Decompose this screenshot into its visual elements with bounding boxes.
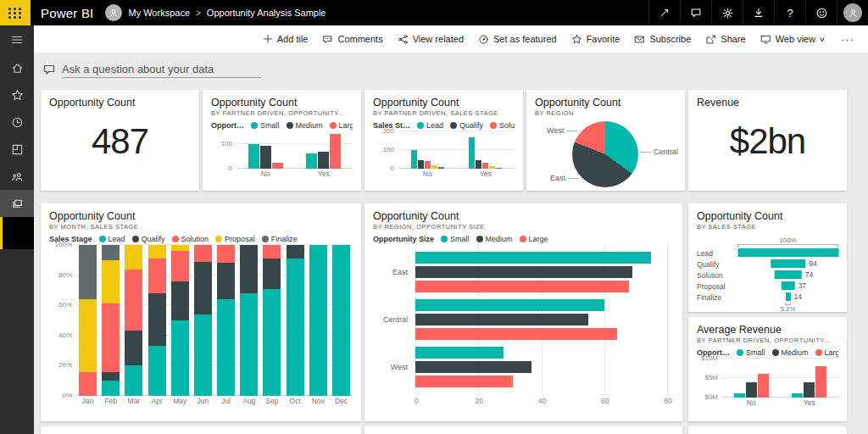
tile-partial[interactable] [41, 426, 361, 434]
set-as-featured-button[interactable]: Set as featured [478, 34, 557, 45]
stacked-bar[interactable] [287, 245, 304, 396]
bar-segment[interactable] [171, 251, 189, 281]
funnel-bar[interactable] [737, 248, 838, 257]
bar[interactable] [415, 252, 651, 264]
qa-input[interactable] [62, 61, 261, 78]
favorite-button[interactable]: Favorite [571, 34, 620, 45]
profile-avatar[interactable] [837, 0, 868, 25]
bar[interactable] [418, 160, 424, 169]
bar[interactable] [415, 314, 588, 326]
bar-segment[interactable] [309, 245, 327, 396]
bar-segment[interactable] [217, 263, 235, 299]
stacked-bar[interactable] [148, 245, 166, 396]
view-related-button[interactable]: View related [398, 34, 464, 45]
tile-revenue-card[interactable]: Revenue $2bn [688, 90, 847, 191]
bar-segment[interactable] [148, 259, 166, 293]
bar-segment[interactable] [125, 331, 142, 365]
workspace-avatar[interactable] [105, 4, 122, 21]
stacked-bar[interactable] [102, 245, 120, 396]
bar-segment[interactable] [171, 320, 189, 396]
bar-segment[interactable] [148, 245, 166, 259]
app-launcher-waffle-icon[interactable] [0, 0, 31, 25]
bar-segment[interactable] [171, 245, 189, 251]
funnel-bar[interactable] [785, 292, 790, 301]
stacked-bar[interactable] [332, 245, 350, 396]
bar-segment[interactable] [240, 293, 258, 396]
chat-icon[interactable] [680, 0, 711, 25]
tile-average-revenue[interactable]: Average Revenue BY PARTNER DRIVEN, OPPOR… [688, 317, 847, 421]
pie-chart[interactable] [572, 121, 638, 187]
bar[interactable] [425, 161, 431, 169]
menu-icon[interactable] [0, 25, 34, 54]
bar-segment[interactable] [217, 245, 235, 263]
bar-segment[interactable] [125, 245, 142, 269]
bar-segment[interactable] [217, 299, 235, 396]
stacked-column-chart[interactable]: 0%20%40%60%80%100%JanFebMarAprMayJunJulA… [49, 245, 353, 406]
home-icon[interactable] [0, 54, 34, 81]
bar-segment[interactable] [102, 303, 120, 371]
download-icon[interactable] [743, 0, 774, 25]
selected-dashboard-indicator[interactable] [0, 217, 34, 249]
bar[interactable] [469, 137, 475, 169]
bar-segment[interactable] [79, 372, 97, 396]
bar[interactable] [415, 281, 629, 292]
clustered-column-chart[interactable]: $0M$5M$10MNoYes [697, 359, 838, 408]
bar[interactable] [758, 374, 769, 398]
bar[interactable] [438, 167, 444, 169]
bar[interactable] [734, 393, 745, 398]
breadcrumb-page-title[interactable]: Opportunity Analysis Sample [207, 8, 326, 18]
bar-segment[interactable] [332, 245, 350, 396]
stacked-bar[interactable] [217, 245, 235, 396]
help-icon[interactable]: ? [774, 0, 805, 25]
bar[interactable] [482, 163, 488, 169]
bar[interactable] [415, 299, 604, 311]
bar-segment[interactable] [102, 372, 120, 381]
add-tile-button[interactable]: Add tile [263, 34, 309, 44]
bar[interactable] [815, 366, 826, 398]
comments-button[interactable]: Comments [322, 34, 382, 45]
funnel-chart[interactable]: 100%LeadQualify94Solution74Proposal37Fin… [697, 234, 838, 312]
bar[interactable] [792, 393, 803, 398]
tile-partial[interactable] [364, 426, 682, 434]
bar[interactable] [411, 150, 417, 169]
favorites-star-icon[interactable] [0, 81, 34, 108]
bar[interactable] [804, 382, 815, 398]
bar-segment[interactable] [263, 245, 281, 259]
powerbi-logo-text[interactable]: Power BI [41, 6, 93, 20]
funnel-bar[interactable] [771, 259, 805, 268]
horizontal-bar-chart[interactable]: 020406080EastCentralWest [373, 245, 674, 408]
bar-segment[interactable] [125, 365, 142, 396]
apps-grid-icon[interactable] [0, 136, 34, 163]
web-view-button[interactable]: Web view∨ [760, 34, 825, 45]
share-button[interactable]: Share [705, 34, 745, 45]
stacked-bar[interactable] [194, 245, 212, 396]
bar-segment[interactable] [102, 260, 120, 304]
settings-gear-icon[interactable] [711, 0, 743, 25]
bar[interactable] [415, 266, 632, 278]
bar-segment[interactable] [263, 259, 281, 289]
bar[interactable] [431, 165, 437, 169]
tile-count-by-partner-driven-size[interactable]: Opportunity Count BY PARTNER DRIVEN, OPP… [203, 90, 361, 191]
tile-count-by-region-pie[interactable]: Opportunity Count BY REGION West Central… [526, 90, 685, 191]
recent-clock-icon[interactable] [0, 108, 34, 136]
bar-segment[interactable] [194, 245, 212, 262]
shared-people-icon[interactable] [0, 163, 34, 190]
breadcrumb-workspace[interactable]: My Workspace [128, 8, 190, 18]
bar-segment[interactable] [263, 289, 281, 396]
tile-opportunity-count-card[interactable]: Opportunity Count 487 [41, 90, 199, 191]
fullscreen-icon[interactable] [648, 0, 680, 25]
bar[interactable] [415, 376, 513, 387]
tile-count-by-sales-stage-funnel[interactable]: Opportunity Count BY SALES STAGE 100%Lea… [688, 203, 847, 312]
workspaces-layers-icon[interactable] [0, 190, 34, 217]
stacked-bar[interactable] [263, 245, 281, 396]
bar-segment[interactable] [79, 245, 97, 299]
bar[interactable] [496, 168, 502, 169]
bar[interactable] [330, 134, 341, 169]
stacked-bar[interactable] [240, 245, 258, 396]
bar-segment[interactable] [148, 346, 166, 396]
stacked-bar[interactable] [171, 245, 189, 396]
stacked-bar[interactable] [309, 245, 327, 396]
bar-segment[interactable] [287, 245, 304, 259]
bar-segment[interactable] [194, 262, 212, 314]
bar-segment[interactable] [287, 259, 304, 396]
